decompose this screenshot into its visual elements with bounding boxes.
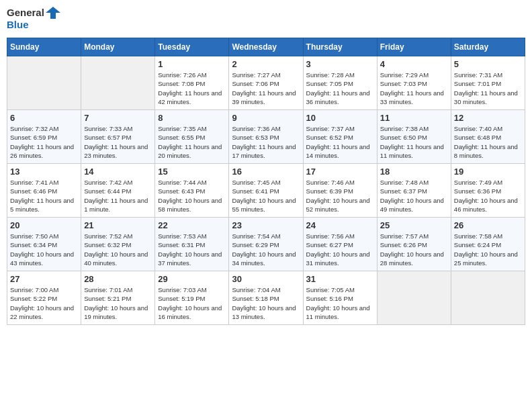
- day-number: 27: [10, 274, 78, 284]
- day-number: 21: [84, 220, 152, 230]
- day-info: Sunrise: 7:05 AMSunset: 5:16 PMDaylight:…: [306, 285, 374, 321]
- day-info: Sunrise: 7:28 AMSunset: 7:05 PMDaylight:…: [306, 71, 374, 106]
- day-number: 12: [454, 113, 522, 123]
- day-number: 9: [232, 113, 300, 123]
- day-info: Sunrise: 7:41 AMSunset: 6:46 PMDaylight:…: [10, 178, 78, 214]
- day-info: Sunrise: 7:42 AMSunset: 6:44 PMDaylight:…: [84, 178, 152, 214]
- day-info: Sunrise: 7:40 AMSunset: 6:48 PMDaylight:…: [454, 124, 522, 160]
- day-header-wednesday: Wednesday: [229, 38, 303, 56]
- day-header-friday: Friday: [377, 38, 451, 56]
- calendar-cell: 15Sunrise: 7:44 AMSunset: 6:43 PMDayligh…: [155, 164, 229, 218]
- calendar-cell: 17Sunrise: 7:46 AMSunset: 6:39 PMDayligh…: [303, 164, 377, 218]
- day-number: 30: [232, 274, 300, 284]
- day-number: 2: [232, 59, 300, 69]
- calendar-cell: 27Sunrise: 7:00 AMSunset: 5:22 PMDayligh…: [7, 271, 81, 325]
- calendar-cell: 25Sunrise: 7:57 AMSunset: 6:26 PMDayligh…: [377, 218, 451, 271]
- calendar-cell: 9Sunrise: 7:36 AMSunset: 6:53 PMDaylight…: [229, 110, 303, 164]
- day-header-sunday: Sunday: [7, 38, 81, 56]
- day-info: Sunrise: 7:03 AMSunset: 5:19 PMDaylight:…: [158, 285, 226, 321]
- day-info: Sunrise: 7:52 AMSunset: 6:32 PMDaylight:…: [84, 232, 152, 267]
- calendar-cell: 2Sunrise: 7:27 AMSunset: 7:06 PMDaylight…: [229, 56, 303, 110]
- calendar-cell: 13Sunrise: 7:41 AMSunset: 6:46 PMDayligh…: [7, 164, 81, 218]
- day-number: 23: [232, 220, 300, 230]
- calendar-cell: 10Sunrise: 7:37 AMSunset: 6:52 PMDayligh…: [303, 110, 377, 164]
- day-info: Sunrise: 7:56 AMSunset: 6:27 PMDaylight:…: [306, 232, 374, 267]
- day-number: 4: [380, 59, 448, 69]
- day-header-thursday: Thursday: [303, 38, 377, 56]
- calendar-cell: [451, 271, 525, 325]
- day-number: 5: [454, 59, 522, 69]
- day-number: 16: [232, 167, 300, 177]
- day-number: 25: [380, 220, 448, 230]
- day-info: Sunrise: 7:26 AMSunset: 7:08 PMDaylight:…: [158, 71, 226, 106]
- calendar-cell: 14Sunrise: 7:42 AMSunset: 6:44 PMDayligh…: [81, 164, 155, 218]
- day-number: 24: [306, 220, 374, 230]
- calendar-cell: 3Sunrise: 7:28 AMSunset: 7:05 PMDaylight…: [303, 56, 377, 110]
- day-info: Sunrise: 7:46 AMSunset: 6:39 PMDaylight:…: [306, 178, 374, 214]
- day-info: Sunrise: 7:31 AMSunset: 7:01 PMDaylight:…: [454, 71, 522, 106]
- calendar-cell: 20Sunrise: 7:50 AMSunset: 6:34 PMDayligh…: [7, 218, 81, 271]
- day-number: 13: [10, 167, 78, 177]
- day-info: Sunrise: 7:45 AMSunset: 6:41 PMDaylight:…: [232, 178, 300, 214]
- calendar-cell: [7, 56, 81, 110]
- day-info: Sunrise: 7:38 AMSunset: 6:50 PMDaylight:…: [380, 124, 448, 160]
- day-info: Sunrise: 7:53 AMSunset: 6:31 PMDaylight:…: [158, 232, 226, 267]
- calendar-cell: 5Sunrise: 7:31 AMSunset: 7:01 PMDaylight…: [451, 56, 525, 110]
- logo-bird-icon: [46, 7, 60, 19]
- day-number: 15: [158, 167, 226, 177]
- calendar-cell: 31Sunrise: 7:05 AMSunset: 5:16 PMDayligh…: [303, 271, 377, 325]
- day-info: Sunrise: 7:01 AMSunset: 5:21 PMDaylight:…: [84, 285, 152, 321]
- calendar-cell: 28Sunrise: 7:01 AMSunset: 5:21 PMDayligh…: [81, 271, 155, 325]
- day-number: 22: [158, 220, 226, 230]
- calendar-cell: 6Sunrise: 7:32 AMSunset: 6:59 PMDaylight…: [7, 110, 81, 164]
- calendar-cell: 16Sunrise: 7:45 AMSunset: 6:41 PMDayligh…: [229, 164, 303, 218]
- calendar-cell: 4Sunrise: 7:29 AMSunset: 7:03 PMDaylight…: [377, 56, 451, 110]
- day-info: Sunrise: 7:04 AMSunset: 5:18 PMDaylight:…: [232, 285, 300, 321]
- day-number: 26: [454, 220, 522, 230]
- header: General Blue: [7, 7, 525, 31]
- day-number: 3: [306, 59, 374, 69]
- day-info: Sunrise: 7:27 AMSunset: 7:06 PMDaylight:…: [232, 71, 300, 106]
- day-info: Sunrise: 7:36 AMSunset: 6:53 PMDaylight:…: [232, 124, 300, 160]
- day-number: 18: [380, 167, 448, 177]
- day-number: 6: [10, 113, 78, 123]
- day-number: 31: [306, 274, 374, 284]
- day-info: Sunrise: 7:54 AMSunset: 6:29 PMDaylight:…: [232, 232, 300, 267]
- day-number: 14: [84, 167, 152, 177]
- calendar-cell: 8Sunrise: 7:35 AMSunset: 6:55 PMDaylight…: [155, 110, 229, 164]
- calendar-cell: 19Sunrise: 7:49 AMSunset: 6:36 PMDayligh…: [451, 164, 525, 218]
- svg-marker-0: [46, 7, 60, 19]
- logo-general: General: [7, 7, 44, 19]
- day-header-tuesday: Tuesday: [155, 38, 229, 56]
- calendar-table: SundayMondayTuesdayWednesdayThursdayFrid…: [7, 38, 525, 325]
- day-number: 7: [84, 113, 152, 123]
- logo: General Blue: [7, 7, 60, 31]
- day-info: Sunrise: 7:35 AMSunset: 6:55 PMDaylight:…: [158, 124, 226, 160]
- calendar-cell: 26Sunrise: 7:58 AMSunset: 6:24 PMDayligh…: [451, 218, 525, 271]
- calendar-cell: 1Sunrise: 7:26 AMSunset: 7:08 PMDaylight…: [155, 56, 229, 110]
- calendar-cell: 11Sunrise: 7:38 AMSunset: 6:50 PMDayligh…: [377, 110, 451, 164]
- calendar-cell: 23Sunrise: 7:54 AMSunset: 6:29 PMDayligh…: [229, 218, 303, 271]
- calendar-cell: 7Sunrise: 7:33 AMSunset: 6:57 PMDaylight…: [81, 110, 155, 164]
- day-number: 29: [158, 274, 226, 284]
- calendar-cell: 21Sunrise: 7:52 AMSunset: 6:32 PMDayligh…: [81, 218, 155, 271]
- day-info: Sunrise: 7:50 AMSunset: 6:34 PMDaylight:…: [10, 232, 78, 267]
- day-info: Sunrise: 7:58 AMSunset: 6:24 PMDaylight:…: [454, 232, 522, 267]
- day-number: 19: [454, 167, 522, 177]
- day-info: Sunrise: 7:29 AMSunset: 7:03 PMDaylight:…: [380, 71, 448, 106]
- day-header-monday: Monday: [81, 38, 155, 56]
- day-info: Sunrise: 7:37 AMSunset: 6:52 PMDaylight:…: [306, 124, 374, 160]
- day-number: 28: [84, 274, 152, 284]
- logo-blue: Blue: [7, 19, 60, 31]
- calendar-cell: 12Sunrise: 7:40 AMSunset: 6:48 PMDayligh…: [451, 110, 525, 164]
- day-info: Sunrise: 7:32 AMSunset: 6:59 PMDaylight:…: [10, 124, 78, 160]
- day-info: Sunrise: 7:00 AMSunset: 5:22 PMDaylight:…: [10, 285, 78, 321]
- day-number: 17: [306, 167, 374, 177]
- calendar-cell: 22Sunrise: 7:53 AMSunset: 6:31 PMDayligh…: [155, 218, 229, 271]
- day-info: Sunrise: 7:57 AMSunset: 6:26 PMDaylight:…: [380, 232, 448, 267]
- day-info: Sunrise: 7:44 AMSunset: 6:43 PMDaylight:…: [158, 178, 226, 214]
- calendar-cell: [377, 271, 451, 325]
- day-header-saturday: Saturday: [451, 38, 525, 56]
- day-info: Sunrise: 7:33 AMSunset: 6:57 PMDaylight:…: [84, 124, 152, 160]
- day-number: 11: [380, 113, 448, 123]
